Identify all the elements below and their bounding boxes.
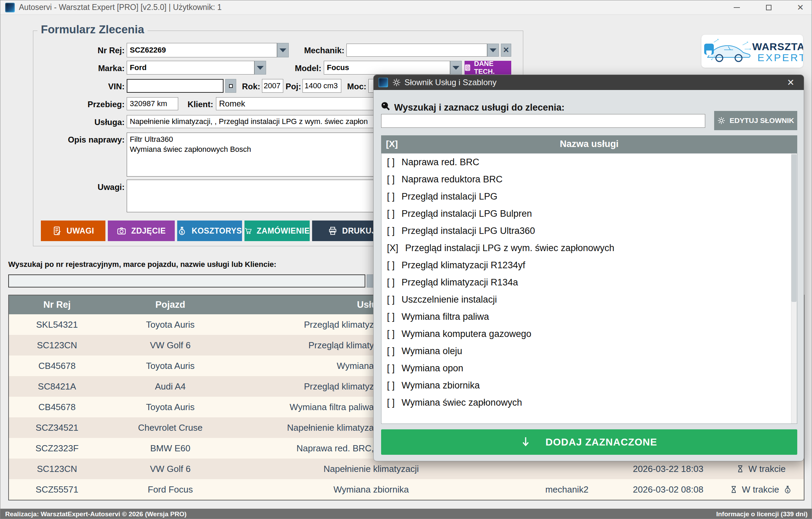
usluga-input[interactable] xyxy=(127,115,376,128)
dialog-title: Słownik Usług i Szablony xyxy=(404,78,496,87)
table-row[interactable]: SCZ55571 Ford Focus Wymiana zbiornika me… xyxy=(9,479,804,500)
service-item[interactable]: [ ]Wymiana filtra paliwa xyxy=(381,308,797,325)
uwagi-button[interactable]: UWAGI xyxy=(41,221,105,241)
service-item[interactable]: [ ]Wymiana świec zapłonowych xyxy=(381,394,797,411)
checkbox[interactable]: [ ] xyxy=(387,363,395,374)
cell-nr: SCZ55571 xyxy=(9,479,105,500)
dialog-search-input[interactable] xyxy=(381,114,705,128)
cell-usluga: Przegląd klimatyz xyxy=(236,376,374,397)
license-info-link[interactable]: Informacje o licencji (339 dni) xyxy=(716,510,808,518)
header-nr-rej[interactable]: Nr Rej xyxy=(9,295,105,314)
chevron-down-icon xyxy=(453,66,459,70)
checkbox[interactable]: [ ] xyxy=(387,329,395,339)
scrollbar[interactable] xyxy=(791,154,797,424)
service-item[interactable]: [ ]Przegląd klimatyzacji R1234yf xyxy=(381,257,797,274)
edit-dictionary-button[interactable]: EDYTUJ SŁOWNIK xyxy=(714,111,797,130)
dane-tech-button[interactable]: DANE TECH. xyxy=(465,61,511,75)
close-button[interactable]: ✕ xyxy=(790,0,811,15)
cell-usluga: Przegląd klimatyz xyxy=(236,314,374,335)
checkbox[interactable]: [ ] xyxy=(387,260,395,271)
label-vin: VIN: xyxy=(48,82,125,91)
label-przebieg: Przebieg: xyxy=(48,100,125,109)
app-window: Autoservi - Warsztat Expert [PRO] [v2.5.… xyxy=(0,0,812,519)
checkbox[interactable]: [ ] xyxy=(387,174,395,185)
opis-textarea[interactable]: Filtr Ultra360 Wymiana świec zapłonowych… xyxy=(127,133,376,177)
table-row[interactable]: SC123CN VW Golf 6 Napełnienie klimatyzac… xyxy=(9,459,804,479)
scrollbar-thumb[interactable] xyxy=(791,154,797,302)
cell-nr: CB45678 xyxy=(9,397,105,417)
cell-status: W trakcie xyxy=(709,459,812,479)
hourglass-icon xyxy=(730,485,738,494)
checkbox[interactable]: [ ] xyxy=(387,380,395,391)
cell-pojazd: BMW E60 xyxy=(105,438,236,459)
mechanik-combo[interactable] xyxy=(346,44,487,57)
cell-pojazd: VW Golf 6 xyxy=(105,335,236,356)
logo-text-warsztat: WARSZTAT xyxy=(752,41,803,53)
checkbox[interactable]: [ ] xyxy=(387,397,395,408)
service-item[interactable]: [ ]Wymiana komputera gazowego xyxy=(381,325,797,342)
service-item[interactable]: [ ]Przegląd instalacji LPG xyxy=(381,188,797,205)
service-item[interactable]: [ ]Wymiana opon xyxy=(381,360,797,377)
checkbox[interactable]: [ ] xyxy=(387,226,395,236)
service-item[interactable]: [ ]Wymiana zbiornika xyxy=(381,377,797,394)
status-bar: Realizacja: WarsztatExpert-Autoservi © 2… xyxy=(0,509,812,519)
checkbox[interactable]: [X] xyxy=(387,243,398,253)
zamowienie-button[interactable]: ZAMÓWIENIE xyxy=(244,221,310,241)
svg-text:$: $ xyxy=(787,489,789,493)
service-item[interactable]: [ ]Przegląd instalacji LPG Ultra360 xyxy=(381,222,797,239)
dialog-close-button[interactable]: ✕ xyxy=(783,75,798,90)
brand-logo: WARSZTAT EXPERT xyxy=(701,35,803,68)
model-combo[interactable] xyxy=(324,61,450,75)
zdjecie-button[interactable]: ZDJĘCIE xyxy=(108,221,175,241)
cell-nr: SC8421A xyxy=(9,376,105,397)
cell-pojazd: Toyota Auris xyxy=(105,314,236,335)
search-input[interactable] xyxy=(8,274,365,287)
maximize-button[interactable] xyxy=(758,0,779,15)
model-dropdown[interactable] xyxy=(450,61,462,75)
form-title: Formularz Zlecenia xyxy=(37,23,148,36)
mechanik-dropdown[interactable] xyxy=(487,44,499,57)
services-dictionary-dialog: Słownik Usług i Szablony ✕ Wyszukaj i za… xyxy=(373,75,804,461)
service-item[interactable]: [ ]Naprawa red. BRC xyxy=(381,154,797,171)
marka-dropdown[interactable] xyxy=(254,61,266,75)
checkbox[interactable]: [ ] xyxy=(387,312,395,322)
cell-usluga: Przegląd klimaty xyxy=(236,335,374,356)
service-item[interactable]: [ ]Przegląd klimatyzacji R134a xyxy=(381,274,797,291)
add-selected-button[interactable]: DODAJ ZAZNACZONE xyxy=(381,429,797,455)
service-item[interactable]: [ ]Wymiana oleju xyxy=(381,342,797,360)
nr-rej-input[interactable] xyxy=(127,43,277,57)
uwagi-textarea[interactable] xyxy=(127,180,376,212)
nr-rej-dropdown[interactable] xyxy=(277,43,289,57)
label-mechanik: Mechanik: xyxy=(294,46,344,55)
klient-input[interactable] xyxy=(216,97,376,110)
label-klient: Klient: xyxy=(165,100,213,109)
service-item-checked[interactable]: [X]Przegląd instalacji LPG z wym. świec … xyxy=(381,239,797,257)
arrow-down-icon xyxy=(521,436,530,448)
window-title: Autoservi - Warsztat Expert [PRO] [v2.5.… xyxy=(19,3,222,12)
checkbox[interactable]: [ ] xyxy=(387,294,395,305)
cell-data: 2026-03-22 18:03 xyxy=(627,459,709,479)
minimize-button[interactable] xyxy=(727,0,747,15)
cell-pojazd: Toyota Auris xyxy=(105,356,236,376)
vin-input[interactable] xyxy=(127,79,224,93)
cell-nr: SC123CN xyxy=(9,335,105,356)
cell-usluga: Napełnienie klimatyzacji xyxy=(236,459,507,479)
checkbox[interactable]: [ ] xyxy=(387,157,395,168)
service-item[interactable]: [ ]Naprawa reduktora BRC xyxy=(381,171,797,188)
checkbox[interactable]: [ ] xyxy=(387,346,395,357)
checkbox[interactable]: [ ] xyxy=(387,191,395,202)
service-item[interactable]: [ ]Uszczelnienie instalacji xyxy=(381,291,797,308)
cell-mechanik xyxy=(507,459,627,479)
kosztorys-button[interactable]: $ KOSZTORYS xyxy=(177,221,242,241)
app-icon xyxy=(5,3,15,12)
header-name-column: Nazwa usługi xyxy=(381,139,797,149)
cell-nr: SCZ34521 xyxy=(9,417,105,438)
marka-combo[interactable] xyxy=(127,61,254,75)
checkbox[interactable]: [ ] xyxy=(387,208,395,219)
checkbox[interactable]: [ ] xyxy=(387,277,395,288)
gear-icon xyxy=(717,116,725,125)
mechanik-clear-button[interactable]: ✕ xyxy=(501,44,511,57)
service-item[interactable]: [ ]Przegląd instalacji LPG Bulpren xyxy=(381,205,797,222)
header-pojazd[interactable]: Pojazd xyxy=(105,295,236,314)
logo-text-expert: EXPERT xyxy=(757,52,803,64)
